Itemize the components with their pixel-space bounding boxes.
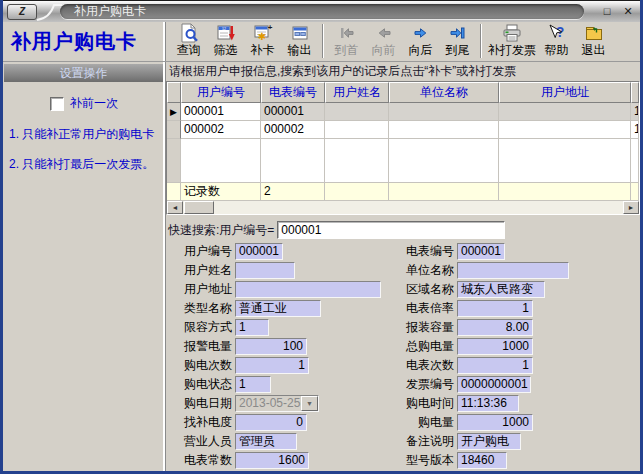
field-label: 单位名称 — [398, 262, 454, 279]
invoice-number-field[interactable]: 0000000001 — [457, 376, 531, 393]
field-label: 发票编号 — [398, 376, 454, 393]
maximize-button[interactable]: □ — [600, 4, 614, 18]
toolbar-row: 补用户购电卡 查询 12 — [3, 22, 640, 62]
purchase-state-field[interactable]: 1 — [235, 376, 271, 393]
field-label: 总购电量 — [398, 338, 454, 355]
cell-user-address[interactable] — [499, 121, 631, 139]
record-count-value: 2 — [261, 182, 325, 200]
table-row[interactable]: 000002 000002 1 — [167, 121, 639, 139]
table-row[interactable]: ▶ 000001 000001 1 — [167, 103, 639, 121]
adjust-energy-field[interactable]: 0 — [235, 414, 307, 431]
type-name-field[interactable]: 普通工业 — [235, 300, 321, 317]
form-left-column: 用户编号000001 用户姓名 用户地址 类型名称普通工业 限容方式1 报警电量… — [166, 242, 398, 471]
total-energy-field[interactable]: 1000 — [457, 338, 533, 355]
main-panel: 请根据用户申报信息,搜索到该用户的记录后点击“补卡”或补打发票 用户编号 电表编… — [166, 62, 640, 471]
reprint-invoice-button[interactable]: 补打发票 — [486, 23, 538, 60]
field-label: 购电日期 — [174, 395, 232, 412]
area-name-field[interactable]: 城东人民路变 — [457, 281, 545, 298]
field-label: 电表倍率 — [398, 300, 454, 317]
purchase-time-field[interactable]: 11:13:36 — [457, 395, 519, 412]
horizontal-scrollbar[interactable]: ◄ ► — [167, 200, 639, 214]
query-button[interactable]: 查询 — [170, 23, 207, 60]
cell-user-address[interactable] — [499, 103, 631, 121]
output-icon — [290, 23, 310, 43]
meter-constant-field[interactable]: 1600 — [235, 452, 309, 469]
user-address-field[interactable] — [235, 281, 381, 298]
go-prev-button: 向前 — [365, 23, 402, 60]
exit-button[interactable]: 退出 — [575, 23, 612, 60]
alarm-energy-field[interactable]: 100 — [235, 338, 307, 355]
help-icon: ? — [547, 23, 567, 43]
scroll-left-icon[interactable]: ◄ — [167, 201, 183, 214]
grid-empty-area — [167, 139, 639, 182]
cell-meter-id[interactable]: 000001 — [261, 103, 325, 121]
field-label: 备注说明 — [398, 433, 454, 450]
reissue-card-button[interactable]: + ✱ 补卡 — [244, 23, 281, 60]
meter-id-field[interactable]: 000001 — [457, 243, 505, 260]
quick-search-input[interactable]: 000001 — [277, 221, 505, 239]
unit-name-field[interactable] — [457, 262, 569, 279]
meter-times-field[interactable]: 1 — [457, 357, 533, 374]
user-name-field[interactable] — [235, 262, 295, 279]
grid-header-meter-id[interactable]: 电表编号 — [261, 82, 325, 103]
help-button[interactable]: ? 帮助 — [538, 23, 575, 60]
purchase-times-field[interactable]: 1 — [235, 357, 309, 374]
sidebar-note-2: 2. 只能补打最后一次发票。 — [9, 157, 163, 172]
installed-capacity-field[interactable]: 8.00 — [457, 319, 533, 336]
reissue-previous-checkbox-row[interactable]: 补前一次 — [3, 95, 165, 112]
grid-header-unit-name[interactable]: 单位名称 — [389, 82, 499, 103]
cell-unit-name[interactable] — [389, 121, 499, 139]
svg-text:✱: ✱ — [257, 31, 265, 42]
grid-header-row: 用户编号 电表编号 用户姓名 单位名称 用户地址 — [167, 82, 639, 103]
grid-header-user-address[interactable]: 用户地址 — [499, 82, 631, 103]
purchase-energy-field[interactable]: 1000 — [457, 414, 533, 431]
model-version-field[interactable]: 18460 — [457, 452, 507, 469]
field-label: 限容方式 — [174, 319, 232, 336]
field-label: 电表常数 — [174, 452, 232, 469]
filter-button[interactable]: 12 筛选 — [207, 23, 244, 60]
output-button[interactable]: 输出 — [281, 23, 318, 60]
user-id-field[interactable]: 000001 — [235, 243, 283, 260]
filter-icon: 12 — [216, 23, 236, 43]
page-title: 补用户购电卡 — [3, 22, 166, 61]
go-last-button[interactable]: 到尾 — [439, 23, 476, 60]
field-label: 电表次数 — [398, 357, 454, 374]
cell-user-id[interactable]: 000002 — [181, 121, 261, 139]
scrollbar-thumb[interactable] — [184, 201, 214, 214]
purchase-date-combobox[interactable]: 2013-05-25 ▼ — [235, 395, 319, 412]
cell-user-name[interactable] — [325, 103, 389, 121]
cell-user-id[interactable]: 000001 — [181, 103, 261, 121]
limit-mode-field[interactable]: 1 — [235, 319, 269, 336]
go-last-icon — [448, 23, 468, 43]
go-next-button[interactable]: 向后 — [402, 23, 439, 60]
cell-meter-id[interactable]: 000002 — [261, 121, 325, 139]
go-prev-icon — [374, 23, 394, 43]
scroll-right-icon[interactable]: ► — [623, 201, 639, 214]
field-label: 购电时间 — [398, 395, 454, 412]
chevron-down-icon[interactable]: ▼ — [301, 396, 318, 411]
field-label: 用户姓名 — [174, 262, 232, 279]
cell-user-name[interactable] — [325, 121, 389, 139]
cell-clipped: 1 — [631, 103, 639, 121]
meter-ratio-field[interactable]: 1 — [457, 300, 533, 317]
remark-field[interactable]: 开户购电 — [457, 433, 521, 450]
grid-summary-row: 记录数 2 — [167, 182, 639, 200]
close-button[interactable]: ✕ — [621, 4, 635, 18]
grid-header-user-name[interactable]: 用户姓名 — [325, 82, 389, 103]
field-label: 区域名称 — [398, 281, 454, 298]
titlebar: Z 补用户购电卡 □ ✕ — [3, 0, 640, 22]
titlebar-curve-decoration — [36, 3, 62, 21]
row-indicator-icon: ▶ — [167, 103, 181, 121]
reissue-card-icon: + ✱ — [253, 23, 273, 43]
checkbox-icon[interactable] — [50, 97, 64, 111]
field-label: 电表编号 — [398, 243, 454, 260]
sidebar-note-1: 1. 只能补正常用户的购电卡 — [9, 127, 163, 142]
grid-header-user-id[interactable]: 用户编号 — [181, 82, 261, 103]
cell-unit-name[interactable] — [389, 103, 499, 121]
search-icon — [179, 23, 199, 43]
field-label: 报警电量 — [174, 338, 232, 355]
sidebar: 设置操作 补前一次 1. 只能补正常用户的购电卡 2. 只能补打最后一次发票。 — [3, 62, 166, 471]
quick-search-label: 快速搜索:用户编号= — [168, 222, 274, 239]
operator-field[interactable]: 管理员 — [235, 433, 297, 450]
app-window: Z 补用户购电卡 □ ✕ 补用户购电卡 查询 — [0, 0, 643, 474]
